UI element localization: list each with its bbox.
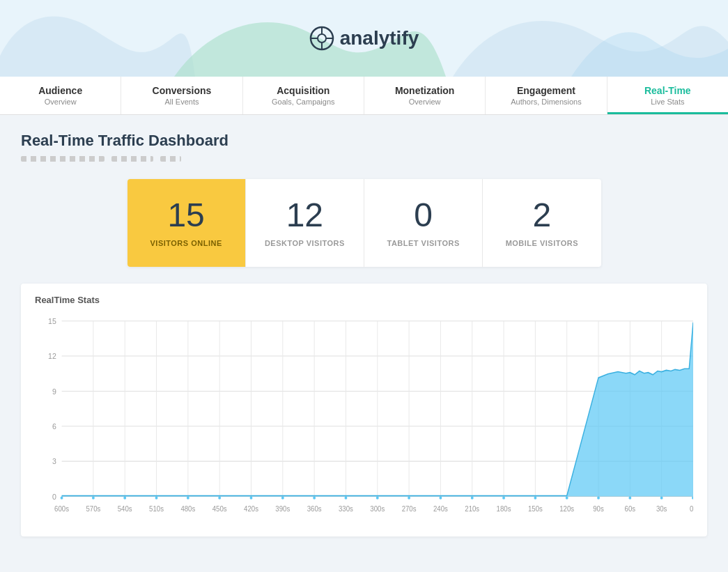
- svg-text:570s: 570s: [86, 504, 100, 513]
- svg-text:180s: 180s: [497, 504, 511, 513]
- chart-title: RealTime Stats: [35, 295, 693, 305]
- svg-point-53: [502, 497, 505, 500]
- stat-number-mobile-visitors: 2: [494, 199, 589, 232]
- svg-text:15: 15: [48, 316, 56, 325]
- svg-text:540s: 540s: [118, 504, 132, 513]
- logo-text: analytify: [340, 27, 419, 49]
- nav-item-audience[interactable]: AudienceOverview: [0, 77, 121, 114]
- svg-text:270s: 270s: [402, 504, 417, 513]
- svg-text:600s: 600s: [54, 504, 69, 513]
- main-content: Real-Time Traffic Dashboard 15VISITORS O…: [0, 115, 728, 553]
- nav-title-audience: Audience: [7, 85, 114, 96]
- svg-text:6: 6: [52, 422, 56, 431]
- subtitle-dots: [21, 156, 104, 162]
- svg-point-41: [123, 497, 126, 500]
- chart-card: RealTime Stats 15 12 9 6 3 0: [21, 284, 707, 536]
- svg-text:120s: 120s: [559, 504, 574, 513]
- stat-label-visitors-online: VISITORS ONLINE: [139, 239, 234, 247]
- nav-title-realtime: Real-Time: [614, 85, 721, 96]
- svg-point-56: [597, 497, 600, 500]
- stat-label-desktop-visitors: DESKTOP VISITORS: [257, 239, 353, 247]
- svg-point-49: [376, 497, 379, 500]
- svg-text:0: 0: [52, 492, 56, 501]
- svg-text:510s: 510s: [149, 504, 164, 513]
- svg-point-51: [440, 497, 442, 500]
- svg-text:60s: 60s: [625, 504, 636, 513]
- svg-text:30s: 30s: [656, 504, 667, 513]
- svg-text:300s: 300s: [370, 504, 385, 513]
- svg-text:12: 12: [48, 352, 56, 361]
- nav-title-conversions: Conversions: [128, 85, 235, 96]
- stat-visitors-online: 15VISITORS ONLINE: [127, 179, 246, 267]
- page-subtitle: [21, 154, 707, 162]
- nav-title-monetization: Monetization: [371, 85, 478, 96]
- svg-point-43: [187, 497, 189, 500]
- stat-number-desktop-visitors: 12: [257, 199, 353, 232]
- svg-point-57: [628, 497, 631, 500]
- svg-text:3: 3: [52, 457, 56, 466]
- logo: analytify: [309, 26, 419, 51]
- nav-item-realtime[interactable]: Real-TimeLive Stats: [607, 77, 728, 114]
- svg-point-39: [61, 497, 63, 500]
- svg-text:360s: 360s: [307, 504, 322, 513]
- nav-sub-acquisition: Goals, Campaigns: [250, 98, 357, 106]
- svg-text:150s: 150s: [528, 504, 543, 513]
- stat-number-visitors-online: 15: [139, 199, 234, 232]
- svg-text:480s: 480s: [180, 504, 195, 513]
- svg-text:240s: 240s: [433, 504, 448, 513]
- svg-text:390s: 390s: [275, 504, 290, 513]
- svg-text:450s: 450s: [212, 504, 227, 513]
- svg-point-48: [345, 497, 348, 500]
- nav-item-monetization[interactable]: MonetizationOverview: [364, 77, 486, 114]
- stat-label-tablet-visitors: TABLET VISITORS: [375, 239, 471, 247]
- nav-sub-audience: Overview: [7, 98, 114, 106]
- stat-mobile-visitors: 2MOBILE VISITORS: [483, 179, 601, 267]
- svg-point-47: [313, 497, 316, 500]
- svg-text:420s: 420s: [244, 504, 258, 513]
- svg-point-42: [155, 497, 158, 500]
- svg-point-54: [534, 497, 536, 500]
- nav-sub-engagement: Authors, Dimensions: [493, 98, 599, 106]
- page-title: Real-Time Traffic Dashboard: [21, 132, 707, 150]
- nav-sub-conversions: All Events: [128, 98, 235, 106]
- svg-point-44: [218, 497, 221, 500]
- svg-text:210s: 210s: [465, 504, 479, 513]
- svg-text:9: 9: [52, 387, 56, 396]
- subtitle-dots2: [111, 156, 153, 162]
- svg-point-52: [471, 497, 474, 500]
- subtitle-dots3: [160, 156, 181, 162]
- svg-point-45: [250, 497, 253, 500]
- svg-text:90s: 90s: [593, 504, 604, 513]
- svg-point-50: [408, 497, 410, 500]
- svg-point-55: [566, 497, 568, 500]
- stat-desktop-visitors: 12DESKTOP VISITORS: [246, 179, 364, 267]
- nav-title-acquisition: Acquisition: [250, 85, 357, 96]
- svg-point-58: [660, 497, 663, 500]
- realtime-chart: 15 12 9 6 3 0: [35, 314, 693, 523]
- svg-point-40: [92, 497, 95, 500]
- hero-header: analytify: [0, 0, 728, 77]
- svg-point-1: [318, 34, 326, 42]
- nav-item-conversions[interactable]: ConversionsAll Events: [121, 77, 242, 114]
- svg-text:330s: 330s: [339, 504, 353, 513]
- nav-item-acquisition[interactable]: AcquisitionGoals, Campaigns: [243, 77, 364, 114]
- stats-card: 15VISITORS ONLINE12DESKTOP VISITORS0TABL…: [127, 179, 601, 267]
- logo-icon: [309, 26, 334, 51]
- nav-title-engagement: Engagement: [493, 85, 599, 96]
- main-nav: AudienceOverviewConversionsAll EventsAcq…: [0, 77, 728, 115]
- stat-label-mobile-visitors: MOBILE VISITORS: [494, 239, 589, 247]
- svg-text:0s: 0s: [690, 504, 693, 513]
- chart-container: 15 12 9 6 3 0: [35, 314, 693, 523]
- svg-point-59: [692, 497, 693, 500]
- nav-item-engagement[interactable]: EngagementAuthors, Dimensions: [486, 77, 607, 114]
- nav-sub-monetization: Overview: [371, 98, 478, 106]
- nav-sub-realtime: Live Stats: [614, 98, 721, 106]
- stat-number-tablet-visitors: 0: [375, 199, 471, 232]
- stat-tablet-visitors: 0TABLET VISITORS: [364, 179, 483, 267]
- svg-point-46: [281, 497, 284, 500]
